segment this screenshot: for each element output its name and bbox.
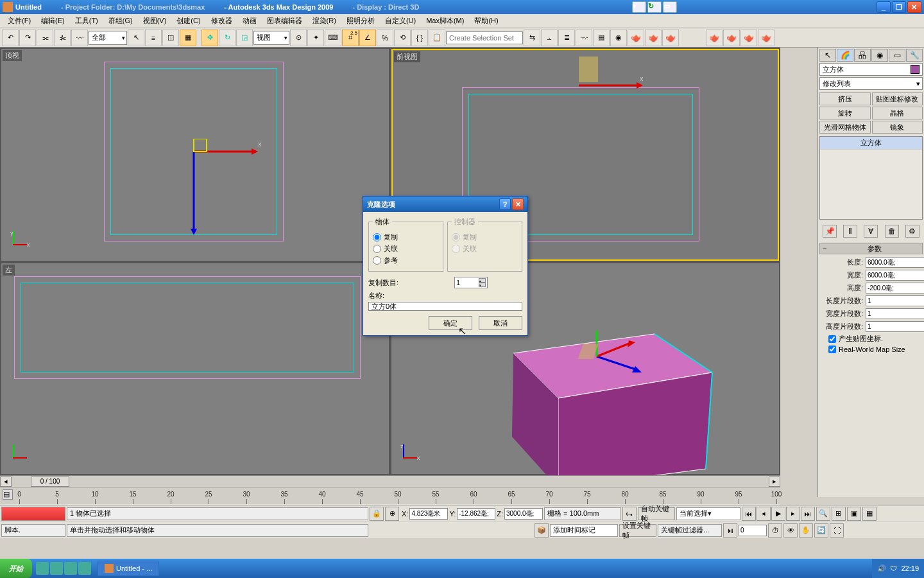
wseg-input[interactable]: [866, 308, 924, 319]
set-key-button[interactable]: 设置关键帧: [619, 524, 656, 537]
menu-views[interactable]: 视图(V): [139, 15, 171, 27]
menu-graph[interactable]: 图表编辑器: [263, 15, 306, 27]
trackbar-toggle-button[interactable]: ▤: [3, 489, 13, 500]
menu-customize[interactable]: 自定义(U): [381, 15, 420, 27]
modifier-stack[interactable]: 立方体: [819, 136, 923, 220]
move-button[interactable]: [201, 30, 218, 46]
play-button[interactable]: ▶: [771, 507, 785, 521]
real-world-checkbox[interactable]: [828, 346, 836, 353]
cancel-button[interactable]: 取消: [479, 316, 522, 330]
quick-render-button[interactable]: [662, 30, 679, 46]
nav-maximize-button[interactable]: ⛶: [830, 523, 844, 538]
rotate-button[interactable]: [219, 30, 235, 46]
time-slider-track[interactable]: 0 / 100: [12, 477, 769, 487]
nav-zoom-extents-button[interactable]: ▣: [847, 507, 861, 521]
trackbar-keys[interactable]: [1, 507, 65, 521]
object-color-swatch[interactable]: [911, 65, 920, 74]
dialog-close-button[interactable]: ✕: [512, 198, 524, 210]
clone-name-input[interactable]: [368, 302, 522, 311]
menu-group[interactable]: 群组(G): [105, 15, 137, 27]
lseg-input[interactable]: [866, 295, 924, 306]
current-frame-input[interactable]: [739, 525, 767, 536]
mod-btn-bend[interactable]: 旋转: [819, 107, 871, 119]
key-step-button[interactable]: ⏯: [723, 523, 737, 538]
menu-render[interactable]: 渲染(R): [309, 15, 340, 27]
script-listener[interactable]: 脚本.: [1, 524, 65, 537]
gen-map-checkbox[interactable]: [828, 335, 836, 343]
key-filters-button[interactable]: 关键帧过滤器...: [658, 524, 722, 537]
nav-zoom-button[interactable]: 🔍: [816, 507, 830, 521]
mod-btn-uvw[interactable]: 贴图坐标修改: [872, 92, 923, 105]
ql-app-icon[interactable]: [64, 562, 77, 575]
layer-manager-button[interactable]: [558, 30, 575, 46]
tray-icon[interactable]: 🛡: [890, 565, 897, 572]
named-selection-input[interactable]: [446, 31, 523, 44]
render-setup-button[interactable]: [628, 30, 644, 46]
scale-button[interactable]: [236, 30, 253, 46]
modifier-list-dropdown[interactable]: 修改列表: [819, 77, 923, 90]
goto-start-button[interactable]: ⏮: [742, 507, 756, 521]
modifier-stack-item[interactable]: 立方体: [820, 137, 922, 150]
clone-instance-radio[interactable]: [373, 245, 381, 253]
remove-modifier-button[interactable]: 🗑: [885, 225, 899, 238]
window-crossing-button[interactable]: ▦: [180, 30, 196, 46]
select-by-name-button[interactable]: ≡: [145, 30, 162, 46]
link-button[interactable]: [37, 30, 53, 46]
nav-zoom-extents-all-button[interactable]: ▦: [862, 507, 877, 521]
width-input[interactable]: [866, 270, 924, 281]
object-name-field[interactable]: 立方体: [819, 63, 923, 76]
menu-create[interactable]: 创建(C): [173, 15, 204, 27]
commcenter-refresh-icon[interactable]: ↻: [647, 1, 662, 13]
teapot-d-button[interactable]: [758, 30, 774, 46]
pin-stack-button[interactable]: 📌: [823, 225, 837, 238]
clone-copy-radio[interactable]: [373, 233, 381, 241]
teapot-b-button[interactable]: [723, 30, 740, 46]
params-rollup-header[interactable]: −参数: [819, 243, 923, 254]
select-button[interactable]: [128, 30, 144, 46]
menu-edit[interactable]: 编辑(E): [37, 15, 69, 27]
edit-named-sel-button[interactable]: { }: [411, 30, 428, 46]
auto-key-button[interactable]: 自动关键帧: [638, 507, 675, 520]
show-end-result-button[interactable]: Ⅱ: [843, 225, 857, 238]
use-center-button[interactable]: ⊙: [290, 30, 307, 46]
mod-btn-lattice[interactable]: 晶格: [872, 107, 923, 119]
configure-sets-button[interactable]: ⚙: [905, 225, 920, 238]
prev-frame-button[interactable]: ◂: [757, 507, 771, 521]
time-config-button[interactable]: ⏱: [768, 523, 782, 538]
viewport-left[interactable]: 左: [1, 263, 389, 474]
move-gizmo-front[interactable]: x: [572, 50, 649, 95]
curve-editor-button[interactable]: 〰: [576, 30, 592, 46]
menu-lighting[interactable]: 照明分析: [343, 15, 379, 27]
select-region-button[interactable]: [162, 30, 179, 46]
height-input[interactable]: [866, 283, 924, 293]
ref-coord-dropdown[interactable]: 视图: [253, 31, 289, 45]
time-tag-icon[interactable]: 📦: [535, 523, 549, 538]
maximize-button[interactable]: ❐: [892, 1, 906, 13]
selection-filter-dropdown[interactable]: 全部: [89, 31, 127, 45]
material-editor-button[interactable]: ◉: [610, 30, 627, 46]
move-gizmo-top[interactable]: x: [181, 139, 264, 241]
ok-button[interactable]: 确定: [429, 316, 472, 330]
time-slider-prev[interactable]: ◂: [0, 477, 12, 487]
nav-zoom-all-button[interactable]: ⊞: [832, 507, 846, 521]
angle-snap-button[interactable]: ∠: [359, 30, 376, 46]
snap-toggle-button[interactable]: ⌗2.5: [342, 30, 359, 46]
teapot-a-button[interactable]: [706, 30, 723, 46]
commcenter-down-icon[interactable]: ▾: [632, 1, 646, 13]
mirror-button[interactable]: [524, 30, 540, 46]
schematic-view-button[interactable]: ▤: [593, 30, 610, 46]
named-sel-sets-button[interactable]: 📋: [429, 30, 445, 46]
next-frame-button[interactable]: ▸: [786, 507, 800, 521]
tab-motion[interactable]: ◉: [871, 49, 888, 62]
keyboard-shortcut-button[interactable]: ⌨: [325, 30, 341, 46]
nav-orbit-button[interactable]: 🔄: [814, 523, 828, 538]
mod-btn-extrude[interactable]: 挤压: [819, 92, 871, 105]
render-frame-button[interactable]: [645, 30, 662, 46]
key-mode-icon[interactable]: 🗝: [622, 507, 637, 521]
menu-file[interactable]: 文件(F): [4, 15, 35, 27]
make-unique-button[interactable]: ∀: [864, 225, 878, 238]
ql-desktop-icon[interactable]: [50, 562, 63, 575]
clone-reference-radio[interactable]: [373, 256, 381, 265]
move-gizmo-persp[interactable]: [578, 324, 654, 389]
menu-maxscript[interactable]: Max脚本(M): [422, 15, 468, 27]
